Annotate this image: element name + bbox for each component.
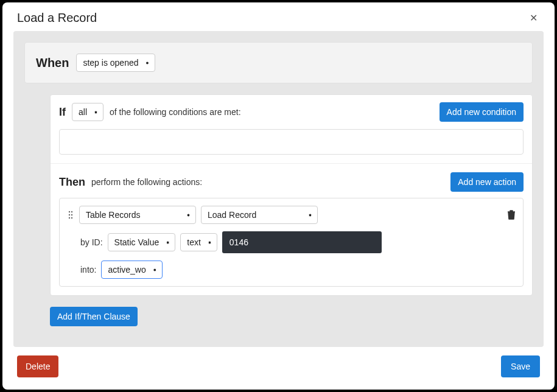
if-quantifier-select[interactable]: all xyxy=(72,103,103,121)
action-item: Table Records Load Record by ID: xyxy=(59,198,524,287)
chevron-updown-icon xyxy=(186,215,191,215)
action-type-value: Load Record xyxy=(208,210,256,220)
when-trigger-select[interactable]: step is opened xyxy=(76,54,155,72)
if-label: If xyxy=(59,106,66,119)
chevron-updown-icon xyxy=(208,242,212,243)
when-label: When xyxy=(36,56,69,70)
svg-point-5 xyxy=(71,217,72,219)
svg-point-2 xyxy=(69,214,70,215)
if-text: of the following conditions are met: xyxy=(110,107,433,117)
when-trigger-value: step is opened xyxy=(83,58,138,68)
save-button[interactable]: Save xyxy=(501,355,540,377)
id-datatype-value: text xyxy=(187,237,201,247)
then-label: Then xyxy=(59,176,85,189)
add-if-then-clause-button[interactable]: Add If/Then Clause xyxy=(50,307,138,326)
modal-header: Load a Record ✕ xyxy=(2,2,555,31)
trash-icon[interactable] xyxy=(507,210,516,220)
chevron-updown-icon xyxy=(308,215,312,215)
action-type-select[interactable]: Load Record xyxy=(201,206,318,224)
if-row: If all of the following conditions are m… xyxy=(51,95,532,129)
action-category-value: Table Records xyxy=(86,210,141,220)
close-icon[interactable]: ✕ xyxy=(527,10,540,26)
svg-point-1 xyxy=(71,211,72,212)
when-panel: When step is opened xyxy=(24,42,533,83)
conditions-container xyxy=(59,129,524,155)
id-value-input[interactable] xyxy=(222,231,382,253)
by-id-label: by ID: xyxy=(80,237,103,247)
svg-point-4 xyxy=(69,217,70,219)
modal-footer: Delete Save xyxy=(2,347,555,390)
if-quantifier-value: all xyxy=(79,107,87,117)
svg-point-0 xyxy=(69,211,70,212)
add-condition-button[interactable]: Add new condition xyxy=(440,102,524,122)
if-then-clause: If all of the following conditions are m… xyxy=(50,94,533,296)
into-target-value: active_wo xyxy=(108,265,145,275)
load-record-modal: Load a Record ✕ When step is opened If a… xyxy=(2,2,555,390)
then-text: perform the following actions: xyxy=(91,177,444,187)
by-id-row: by ID: Static Value text xyxy=(80,231,516,253)
chevron-updown-icon xyxy=(153,270,157,270)
drag-handle-icon[interactable] xyxy=(67,211,74,219)
chevron-updown-icon xyxy=(145,63,150,63)
add-clause-row: Add If/Then Clause xyxy=(50,307,533,326)
action-params: by ID: Static Value text into: xyxy=(67,231,516,279)
into-label: into: xyxy=(80,265,96,275)
action-top-row: Table Records Load Record xyxy=(67,206,516,224)
id-datatype-select[interactable]: text xyxy=(180,233,217,251)
then-row: Then perform the following actions: Add … xyxy=(51,163,532,198)
chevron-updown-icon xyxy=(166,242,170,243)
into-target-select[interactable]: active_wo xyxy=(101,261,162,279)
modal-body: When step is opened If all of the follow… xyxy=(13,31,544,347)
delete-button[interactable]: Delete xyxy=(17,355,58,377)
id-source-value: Static Value xyxy=(114,237,159,247)
id-source-select[interactable]: Static Value xyxy=(108,233,176,251)
svg-point-3 xyxy=(71,214,72,215)
into-row: into: active_wo xyxy=(80,261,516,279)
add-action-button[interactable]: Add new action xyxy=(450,172,524,192)
modal-title: Load a Record xyxy=(17,11,97,25)
chevron-updown-icon xyxy=(94,112,98,113)
action-category-select[interactable]: Table Records xyxy=(79,206,196,224)
